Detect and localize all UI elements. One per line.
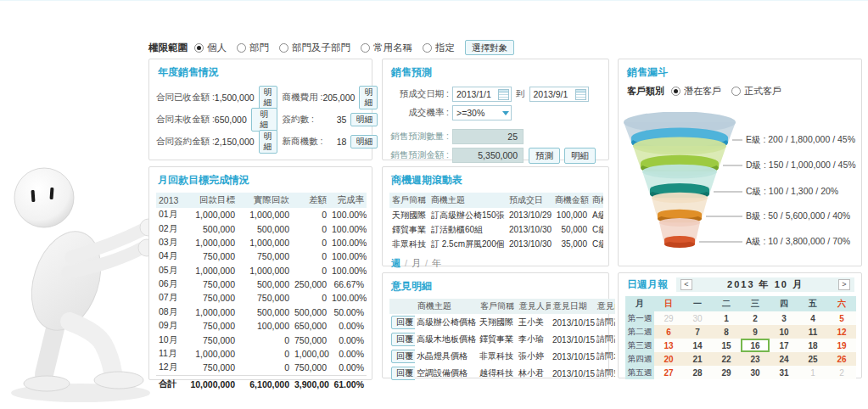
calendar-day-cell[interactable]: 1 [712,311,741,325]
calendar-day-cell[interactable]: 3 [770,311,798,325]
probability-select[interactable]: >=30% [452,105,512,120]
calendar-day-cell[interactable]: 31 [770,366,798,379]
pipeline-tab-月[interactable]: 月 [412,258,421,268]
radio-icon[interactable] [279,43,288,53]
calendar-day-cell[interactable]: 10 [770,325,798,339]
detail-button[interactable]: 明細 [251,108,277,132]
monthly-cell: 11月 [156,347,183,361]
calendar-day-cell[interactable]: 30 [683,311,712,325]
calendar-header-row: 月日一二三四五六 [625,296,856,311]
monthly-cell: 1,000,000 [238,264,292,277]
pipeline-tab-週[interactable]: 週 [391,258,400,268]
radio-icon[interactable] [194,43,204,53]
calendar-day-cell[interactable]: 29 [654,311,683,325]
pipeline-row[interactable]: 非眾科技訂 2.5cm屏風200個2013/10/3035,000C級 [389,237,603,251]
monthly-total-cell: 3,900,000 [292,375,329,391]
reply-button[interactable]: 回覆 [391,367,415,380]
permission-option-label: 指定 [435,42,455,54]
calendar-day-cell[interactable]: 4 [798,311,827,325]
pipeline-column-header: 商機金額 [552,193,590,208]
calendar-day-cell[interactable]: 12 [827,325,856,339]
detail-button[interactable]: 明細 [259,130,277,154]
annual-metric-value: 1,500,000 [215,92,259,103]
calendar-next-button[interactable]: > [838,279,850,290]
select-target-button[interactable]: 選擇對象 [465,40,514,56]
calendar-day-cell[interactable]: 23 [741,352,770,366]
radio-icon[interactable] [731,87,741,96]
calendar-day-cell[interactable]: 21 [683,352,712,366]
permission-option-3[interactable]: 常用名稱 [361,42,412,54]
calendar-day-cell[interactable]: 9 [741,325,770,339]
permission-option-4[interactable]: 指定 [423,42,455,54]
calendar-prev-button[interactable]: < [680,279,692,290]
calendar-day-cell[interactable]: 8 [712,325,741,339]
calendar-day-cell[interactable]: 28 [683,366,712,379]
calendar-day-cell[interactable]: 18 [798,339,827,352]
customer-category-option-0[interactable]: 潛在客戶 [671,85,721,98]
calendar-day-cell[interactable]: 7 [683,325,712,339]
chevron-down-icon[interactable] [502,111,509,115]
pipeline-row[interactable]: 天翔國際訂高級辦公椅150張2013/10/29100,000A級 [389,208,603,222]
calendar-day-cell[interactable]: 5 [827,311,856,325]
reply-button[interactable]: 回覆 [391,350,415,363]
opportunity-pipeline-title: 商機週期滾動表 [383,167,608,191]
permission-option-1[interactable]: 部門 [237,42,269,54]
monthly-cell: 50.00% [329,305,367,319]
pipeline-cell: 2013/10/30 [507,222,552,237]
pipeline-column-header: 商機主題 [428,193,507,208]
calendar-day-cell[interactable]: 11 [798,325,827,339]
calendar-day-cell[interactable]: 2 [741,311,770,325]
forecast-detail-button[interactable]: 明細 [564,148,596,164]
radio-icon[interactable] [671,87,680,96]
monthly-row: 09月750,000100,000650,0000.00% [156,319,367,333]
monthly-cell: 06月 [156,277,183,291]
reply-button[interactable]: 回覆 [391,316,415,329]
radio-icon[interactable] [361,43,370,53]
predict-button[interactable]: 預測 [529,148,560,164]
pipeline-row[interactable]: 鐸貿事業訂活動櫃60組2013/10/3050,000C級 [389,222,603,237]
radio-icon[interactable] [237,43,246,53]
calendar-day-cell[interactable]: 19 [827,339,856,352]
calendar-day-cell[interactable]: 25 [798,352,827,366]
reply-button[interactable]: 回覆 [391,333,415,346]
permission-toolbar: 權限範圍 個人部門部門及子部門常用名稱指定 選擇對象 [148,39,514,56]
annual-metric-row: 合同未收金額 :650,000明細 [156,109,277,131]
calendar-week-label: 第二週 [625,325,654,339]
pipeline-tab-年[interactable]: 年 [432,258,441,268]
opinion-details-table: 商機主題客戶簡稱意見人員意見日期意見內回覆高級辦公椅價格天翔國際王小美2013/… [389,299,615,382]
date-from-input[interactable]: 2013/1/1 [452,87,512,102]
opportunity-pipeline-panel: 商機週期滾動表 客戶簡稱商機主題預成交日商機金額商機等級天翔國際訂高級辦公椅15… [382,166,609,266]
calendar-day-cell[interactable]: 24 [770,352,798,366]
detail-button[interactable]: 明細 [359,86,378,109]
calendar-day-cell[interactable]: 14 [683,339,712,352]
opinions-column-header: 意見人員 [517,299,551,314]
monthly-cell: 1,000,000 [183,208,238,221]
calendar-day-header: 二 [712,296,741,311]
calendar-icon[interactable] [575,89,586,100]
calendar-day-cell[interactable]: 20 [654,352,683,366]
calendar-day-cell[interactable]: 29 [712,366,741,379]
calendar-day-cell[interactable]: 1 [798,366,827,379]
calendar-day-cell[interactable]: 30 [741,366,770,379]
monthly-cell: 750,000 [183,319,238,333]
permission-option-0[interactable]: 個人 [194,42,227,54]
annual-metric-row: 合同簽約金額 :2,150,000明細 [156,131,277,153]
calendar-day-cell[interactable]: 13 [654,339,683,352]
radio-icon[interactable] [423,43,432,53]
calendar-day-cell[interactable]: 6 [654,325,683,339]
calendar-day-cell[interactable]: 15 [712,339,741,352]
calendar-day-cell[interactable]: 16 [741,339,770,352]
calendar-day-cell[interactable]: 27 [654,366,683,379]
calendar-icon[interactable] [498,89,509,100]
calendar-day-cell[interactable]: 26 [827,352,856,366]
customer-category-option-1[interactable]: 正式客戶 [731,85,781,98]
detail-button[interactable]: 明細 [350,135,378,148]
tab-separator: / [425,258,428,268]
calendar-day-cell[interactable]: 2 [827,366,856,379]
calendar-day-cell[interactable]: 22 [712,352,741,366]
detail-button[interactable]: 明細 [350,113,378,126]
date-to-input[interactable]: 2013/9/1 [529,87,589,102]
detail-button[interactable]: 明細 [259,86,277,109]
permission-option-2[interactable]: 部門及子部門 [279,42,350,54]
calendar-day-cell[interactable]: 17 [770,339,798,352]
